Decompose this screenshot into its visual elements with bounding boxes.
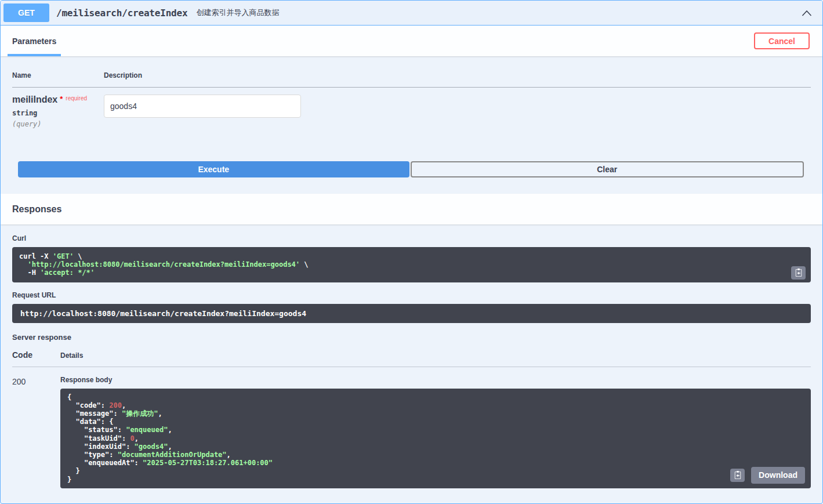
column-header-code: Code <box>12 350 60 360</box>
response-details: Response body { "code": 200, "message": … <box>60 376 811 488</box>
parameters-table-header: Name Description <box>12 71 811 88</box>
download-button[interactable]: Download <box>751 467 805 484</box>
parameter-type: string <box>12 109 104 117</box>
execute-button[interactable]: Execute <box>18 161 409 177</box>
parameter-row: meiliIndex * required string (query) <box>12 88 811 128</box>
column-header-description: Description <box>104 71 142 79</box>
request-url-value: http://localhost:8080/meilisearch/create… <box>20 309 803 318</box>
parameter-name: meiliIndex <box>12 95 57 105</box>
parameters-body: Name Description meiliIndex * required s… <box>1 56 822 177</box>
server-response-table-header: Code Details <box>12 350 811 367</box>
endpoint-summary[interactable]: GET /meilisearch/createIndex 创建索引并导入商品数据 <box>1 1 822 26</box>
response-actions: Download <box>730 467 805 484</box>
response-status-code: 200 <box>12 376 60 488</box>
opblock-get-create-index: GET /meilisearch/createIndex 创建索引并导入商品数据… <box>0 0 823 504</box>
endpoint-description: 创建索引并导入商品数据 <box>196 8 279 18</box>
parameter-description-cell <box>104 95 301 128</box>
tab-parameters-label: Parameters <box>12 37 56 46</box>
tab-parameters[interactable]: Parameters <box>8 26 61 56</box>
responses-title: Responses <box>12 204 61 215</box>
parameters-section-header: Parameters Cancel <box>1 26 822 56</box>
responses-section-header: Responses <box>1 194 822 224</box>
responses-body: Curl curl -X 'GET' \ 'http://localhost:8… <box>1 224 822 498</box>
meiliIndex-input[interactable] <box>104 95 301 118</box>
request-url-block: http://localhost:8080/meilisearch/create… <box>12 304 811 323</box>
cancel-button[interactable]: Cancel <box>754 32 810 49</box>
required-star: * <box>60 95 63 103</box>
chevron-up-icon <box>802 10 812 16</box>
column-header-details: Details <box>60 351 83 360</box>
execute-button-group: Execute Clear <box>18 161 804 177</box>
curl-command-text: curl -X 'GET' \ 'http://localhost:8080/m… <box>19 252 804 277</box>
required-label: required <box>66 95 87 101</box>
response-body-block[interactable]: { "code": 200, "message": "操作成功", "data"… <box>60 389 811 488</box>
request-url-label: Request URL <box>12 291 811 299</box>
clipboard-copy-icon <box>795 269 803 277</box>
response-body-label: Response body <box>60 376 811 384</box>
response-body-text: { "code": 200, "message": "操作成功", "data"… <box>67 393 804 484</box>
clear-button[interactable]: Clear <box>411 161 804 177</box>
server-response-row: 200 Response body { "code": 200, "messag… <box>12 376 811 488</box>
curl-command-block[interactable]: curl -X 'GET' \ 'http://localhost:8080/m… <box>12 247 811 282</box>
server-response-label: Server response <box>12 333 811 342</box>
parameter-meta: meiliIndex * required string (query) <box>12 95 104 128</box>
copy-curl-button[interactable] <box>791 266 806 280</box>
column-header-name: Name <box>12 71 104 79</box>
clipboard-copy-icon <box>734 471 742 479</box>
collapse-button[interactable] <box>799 8 814 19</box>
http-method-badge: GET <box>3 3 49 22</box>
copy-response-button[interactable] <box>730 469 745 482</box>
curl-label: Curl <box>12 234 811 242</box>
endpoint-path: /meilisearch/createIndex <box>56 8 187 19</box>
parameter-location: (query) <box>12 120 104 128</box>
